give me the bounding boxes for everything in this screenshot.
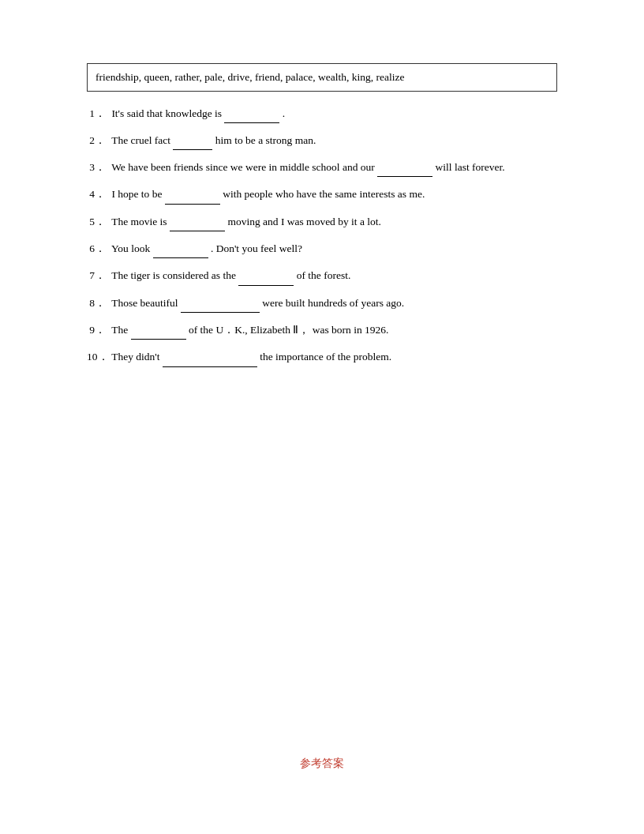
- question-number: 4．: [87, 185, 106, 204]
- question-number: 7．: [87, 266, 106, 285]
- question-number: 9．: [87, 321, 106, 340]
- question-number: 5．: [87, 212, 106, 231]
- answer-blank: [153, 247, 208, 258]
- answer-section: 参考答案: [0, 757, 644, 771]
- answer-blank: [181, 302, 260, 313]
- question-item: 2． The cruel fact him to be a strong man…: [87, 131, 557, 150]
- question-text-before: I hope to be: [111, 188, 162, 200]
- answer-blank: [173, 139, 212, 150]
- question-text-before: We have been friends since we were in mi…: [111, 161, 375, 173]
- question-item: 7． The tiger is considered as the of the…: [87, 266, 557, 285]
- answer-blank: [165, 193, 220, 205]
- question-text-after: of the U．K., Elizabeth Ⅱ， was born in 19…: [189, 324, 389, 336]
- answer-section-label: 参考答案: [300, 757, 344, 769]
- question-number: 6．: [87, 239, 106, 258]
- question-text-after: the importance of the problem.: [260, 351, 391, 363]
- question-text-after: moving and I was moved by it a lot.: [227, 216, 381, 227]
- word-bank-box: friendship, queen, rather, pale, drive, …: [87, 63, 557, 92]
- question-item: 5． The movie is moving and I was moved b…: [87, 212, 557, 231]
- question-item: 9． The of the U．K., Elizabeth Ⅱ， was bor…: [87, 321, 557, 340]
- question-number: 2．: [87, 131, 106, 150]
- question-item: 3． We have been friends since we were in…: [87, 158, 557, 177]
- question-text-after: . Don't you feel well?: [211, 242, 302, 254]
- question-text-before: The movie is: [111, 216, 167, 227]
- question-text-before: The cruel fact: [111, 134, 170, 146]
- question-item: 6． You look . Don't you feel well?: [87, 239, 557, 258]
- question-text-after: with people who have the same interests …: [223, 188, 425, 200]
- question-text-before: It's said that knowledge is: [111, 107, 222, 119]
- question-item: 10． They didn't the importance of the pr…: [87, 348, 557, 366]
- question-text-after: of the forest.: [297, 269, 351, 281]
- answer-blank: [224, 112, 279, 123]
- answer-blank: [163, 356, 257, 367]
- question-text-after: .: [283, 107, 285, 119]
- question-text-before: The tiger is considered as the: [111, 269, 236, 281]
- question-text-after: him to be a strong man.: [215, 134, 316, 146]
- question-text-before: The: [111, 324, 128, 336]
- questions-list: 1． It's said that knowledge is . 2． The …: [87, 104, 557, 367]
- question-text-before: They didn't: [111, 351, 159, 363]
- question-item: 4． I hope to be with people who have the…: [87, 185, 557, 204]
- answer-blank: [131, 329, 186, 340]
- question-number: 1．: [87, 104, 106, 123]
- question-text-before: Those beautiful: [111, 297, 178, 309]
- answer-blank: [377, 166, 432, 177]
- answer-blank: [170, 220, 225, 231]
- page: friendship, queen, rather, pale, drive, …: [0, 0, 644, 834]
- question-number: 3．: [87, 158, 106, 177]
- question-text-after: will last forever.: [436, 161, 505, 173]
- question-text-before: You look: [111, 242, 150, 254]
- question-item: 8． Those beautiful were built hundreds o…: [87, 294, 557, 313]
- question-number: 10．: [87, 348, 106, 366]
- question-number: 8．: [87, 294, 106, 313]
- question-text-after: were built hundreds of years ago.: [262, 297, 404, 309]
- question-item: 1． It's said that knowledge is .: [87, 104, 557, 123]
- answer-blank: [238, 275, 294, 286]
- word-bank-text: friendship, queen, rather, pale, drive, …: [95, 71, 405, 83]
